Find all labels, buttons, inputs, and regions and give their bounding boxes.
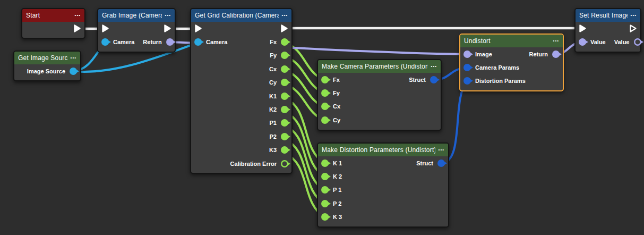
cx-input-port[interactable]	[321, 103, 329, 110]
node-title: Grab Image (Camera)	[102, 12, 162, 19]
port-label: Camera Params	[475, 64, 519, 71]
exec-out-pin[interactable]	[280, 24, 288, 33]
node-title: Get Image Source	[18, 54, 67, 62]
return-output-port[interactable]	[552, 51, 560, 58]
k3-output-port[interactable]	[281, 146, 288, 154]
port-label: P 1	[333, 187, 341, 193]
node-title: Undistort	[464, 37, 491, 45]
fx-output-port[interactable]	[281, 38, 288, 46]
value-output-port[interactable]	[634, 38, 641, 46]
camera-input-port[interactable]	[194, 38, 202, 46]
port-label: Image	[475, 51, 492, 57]
port-label: Distortion Params	[475, 78, 526, 84]
exec-in-pin[interactable]	[579, 24, 587, 33]
menu-dots-icon[interactable]: •••	[553, 39, 559, 43]
port-label: K 2	[333, 173, 342, 180]
node-title: Make Camera Parameters (Undistort)	[322, 63, 428, 70]
node-get-image-source[interactable]: Get Image Source ••• Image Source	[13, 51, 81, 81]
p2-output-port[interactable]	[281, 133, 288, 140]
node-title: Get Grid Calibration (Camera)	[195, 12, 279, 19]
node-grab-image[interactable]: Grab Image (Camera) ••• Camera Return	[97, 8, 176, 53]
image-source-output-port[interactable]	[70, 68, 77, 75]
port-label: K 3	[333, 214, 342, 220]
exec-in-pin[interactable]	[194, 24, 202, 33]
node-header: Grab Image (Camera) •••	[98, 9, 175, 22]
fx-input-port[interactable]	[321, 76, 329, 83]
menu-dots-icon[interactable]: •••	[282, 13, 288, 18]
node-header: Get Image Source •••	[14, 52, 80, 64]
port-label: Cx	[269, 66, 277, 72]
struct-output-port[interactable]	[430, 76, 437, 83]
menu-dots-icon[interactable]: •••	[75, 13, 81, 18]
port-label: Camera	[206, 39, 227, 45]
node-undistort[interactable]: Undistort ••• Image Return Camera Params…	[459, 33, 564, 91]
camera-params-input-port[interactable]	[463, 64, 471, 71]
port-label: Fx	[270, 39, 277, 45]
port-label: Value	[614, 39, 630, 45]
port-label: Struct	[409, 77, 426, 83]
cy-input-port[interactable]	[321, 116, 329, 124]
cy-output-port[interactable]	[281, 79, 288, 86]
calibration-error-output-port[interactable]	[281, 160, 288, 167]
cx-output-port[interactable]	[281, 65, 288, 73]
node-title: Start	[26, 12, 40, 19]
menu-dots-icon[interactable]: •••	[631, 13, 637, 18]
menu-dots-icon[interactable]: •••	[431, 64, 437, 69]
p2-input-port[interactable]	[321, 200, 329, 207]
node-header: Make Camera Parameters (Undistort) •••	[318, 60, 441, 73]
p1-input-port[interactable]	[321, 186, 329, 194]
port-label: Fx	[333, 77, 340, 83]
menu-dots-icon[interactable]: •••	[71, 56, 76, 60]
port-label: Value	[590, 39, 606, 45]
menu-dots-icon[interactable]: •••	[165, 13, 171, 18]
node-get-grid-calibration[interactable]: Get Grid Calibration (Camera) ••• Camera…	[190, 8, 293, 174]
node-header: Get Grid Calibration (Camera) •••	[191, 9, 291, 22]
port-label: P 2	[333, 200, 341, 207]
k1-input-port[interactable]	[321, 160, 329, 167]
port-label: K3	[269, 147, 277, 153]
port-label: P1	[270, 120, 277, 126]
port-label: Cy	[269, 79, 277, 86]
node-make-camera-parameters[interactable]: Make Camera Parameters (Undistort) ••• F…	[317, 59, 442, 131]
node-header: Undistort •••	[460, 35, 563, 47]
node-set-result-image[interactable]: Set Result Image ••• Value Value	[574, 8, 641, 53]
node-header: Start •••	[22, 9, 84, 22]
port-label: Return	[529, 51, 548, 57]
struct-output-port[interactable]	[437, 160, 445, 167]
exec-in-pin[interactable]	[101, 24, 109, 33]
image-input-port[interactable]	[463, 51, 471, 58]
port-label: K 1	[333, 160, 342, 166]
node-make-distortion-parameters[interactable]: Make Distortion Parameters (Undistort) •…	[317, 142, 449, 228]
return-output-port[interactable]	[166, 38, 174, 46]
fy-input-port[interactable]	[321, 89, 329, 97]
port-label: Calibration Error	[230, 161, 277, 167]
distortion-params-input-port[interactable]	[463, 77, 471, 85]
k3-input-port[interactable]	[321, 213, 329, 221]
graph-canvas[interactable]: Start ••• Grab Image (Camera) ••• Camera	[0, 0, 644, 235]
k2-input-port[interactable]	[321, 173, 329, 180]
port-label: Struct	[416, 160, 433, 166]
value-input-port[interactable]	[579, 38, 586, 46]
port-label: K1	[269, 93, 277, 99]
port-label: K2	[269, 106, 277, 113]
k2-output-port[interactable]	[281, 106, 288, 113]
port-label: Return	[143, 39, 161, 45]
menu-dots-icon[interactable]: •••	[439, 148, 444, 152]
p1-output-port[interactable]	[281, 119, 288, 127]
node-header: Set Result Image •••	[576, 9, 640, 22]
fy-output-port[interactable]	[281, 52, 288, 59]
port-label: Cy	[333, 117, 340, 123]
node-title: Set Result Image	[579, 12, 628, 19]
exec-out-pin[interactable]	[73, 24, 81, 33]
exec-out-pin[interactable]	[164, 24, 171, 33]
port-label: Fy	[270, 52, 277, 58]
node-title: Make Distortion Parameters (Undistort)	[322, 146, 435, 154]
port-label: P2	[270, 133, 277, 140]
node-start[interactable]: Start •••	[21, 8, 85, 39]
camera-input-port[interactable]	[101, 38, 109, 46]
port-label: Fy	[333, 90, 340, 96]
exec-out-pin-unconnected[interactable]	[629, 24, 637, 33]
port-label: Camera	[113, 39, 134, 45]
node-header: Make Distortion Parameters (Undistort) •…	[318, 144, 448, 156]
k1-output-port[interactable]	[281, 93, 288, 100]
